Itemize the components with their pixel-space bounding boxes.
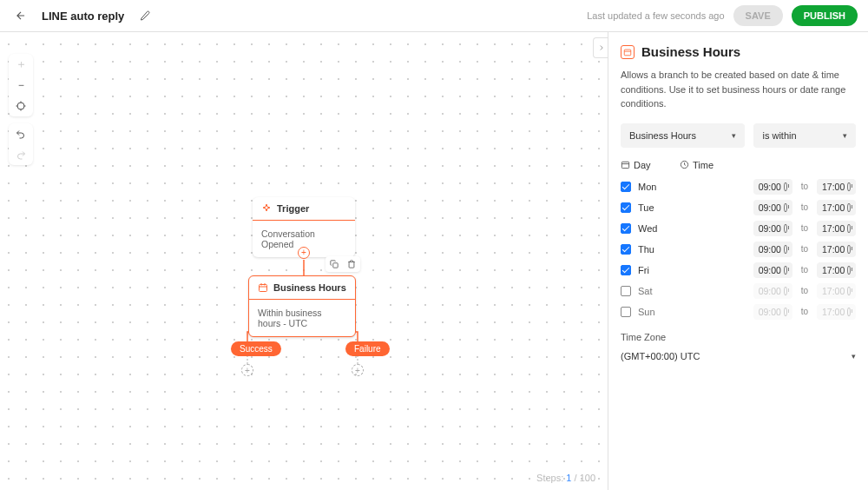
timezone-label: Time Zone <box>621 332 856 342</box>
condition-type-value: Business Hours <box>629 130 696 141</box>
time-to-value: 17:00 <box>822 223 845 234</box>
day-row: Mon 09:00 to 17:00 <box>621 179 856 195</box>
time-from-value: 09:00 <box>759 202 781 213</box>
steps-current: 1 <box>566 473 571 483</box>
time-to-value: 17:00 <box>822 265 845 275</box>
condition-type-select[interactable]: Business Hours ▾ <box>621 123 745 148</box>
pencil-icon <box>140 10 150 21</box>
time-from-value: 09:00 <box>759 307 781 317</box>
zoom-in-button[interactable]: ＋ <box>9 54 33 75</box>
day-checkbox[interactable] <box>621 307 631 317</box>
time-from-input[interactable]: 09:00 <box>753 242 792 257</box>
clock-icon <box>784 245 787 254</box>
workflow-title: LINE auto reply <box>42 10 124 23</box>
clock-icon <box>784 308 787 316</box>
time-header-label: Time <box>693 160 713 170</box>
time-from-input[interactable]: 09:00 <box>753 304 792 320</box>
clock-icon <box>847 308 851 316</box>
steps-counter: Steps: 1 / 100 <box>536 473 595 483</box>
trigger-title: Trigger <box>277 203 309 214</box>
main-area: ＋ － <box>0 32 868 490</box>
zoom-out-button[interactable]: － <box>9 75 33 96</box>
day-header-label: Day <box>634 160 651 170</box>
to-label: to <box>801 307 808 316</box>
add-failure-step[interactable]: + <box>352 364 364 376</box>
time-from-input[interactable]: 09:00 <box>753 283 792 299</box>
sparkle-icon <box>261 203 272 214</box>
undo-button[interactable] <box>9 123 33 144</box>
time-to-input[interactable]: 17:00 <box>817 242 856 257</box>
redo-icon <box>16 149 26 160</box>
time-to-input[interactable]: 17:00 <box>817 221 856 236</box>
save-button[interactable]: SAVE <box>733 5 783 26</box>
config-panel: Business Hours Allows a branch to be cre… <box>608 32 868 490</box>
time-to-input[interactable]: 17:00 <box>817 304 856 320</box>
collapse-panel-button[interactable] <box>593 37 608 58</box>
panel-description: Allows a branch to be created based on d… <box>621 68 856 111</box>
time-to-input[interactable]: 17:00 <box>817 283 856 299</box>
to-label: to <box>801 265 808 275</box>
back-button[interactable] <box>10 5 31 26</box>
chevron-down-icon: ▾ <box>732 131 736 140</box>
undo-icon <box>16 129 26 139</box>
clock-icon <box>784 203 787 212</box>
add-success-step[interactable]: + <box>241 364 253 376</box>
canvas-background <box>0 32 608 490</box>
time-from-input[interactable]: 09:00 <box>753 221 792 236</box>
chevron-down-icon: ▾ <box>852 352 856 361</box>
panel-title: Business Hours <box>621 44 856 59</box>
copy-node-button[interactable] <box>326 256 343 272</box>
add-step-button[interactable]: + <box>298 247 310 259</box>
last-updated-text: Last updated a few seconds ago <box>587 10 724 21</box>
clock-icon <box>784 287 787 295</box>
bh-title: Business Hours <box>273 282 346 293</box>
time-to-input[interactable]: 17:00 <box>817 262 856 278</box>
day-checkbox[interactable] <box>621 202 631 213</box>
to-label: to <box>801 286 808 295</box>
day-row: Wed 09:00 to 17:00 <box>621 221 856 236</box>
clock-icon <box>784 266 787 275</box>
day-label: Wed <box>638 223 673 234</box>
svg-point-0 <box>17 103 24 109</box>
clock-icon <box>784 182 787 191</box>
calendar-icon <box>621 45 635 59</box>
timezone-select[interactable]: (GMT+00:00) UTC ▾ <box>621 348 856 365</box>
condition-operator-select[interactable]: is within ▾ <box>753 123 856 148</box>
day-checkbox[interactable] <box>621 286 631 296</box>
day-checkbox[interactable] <box>621 182 631 192</box>
clock-icon <box>847 224 851 233</box>
time-from-input[interactable]: 09:00 <box>753 179 792 195</box>
day-row: Fri 09:00 to 17:00 <box>621 262 856 278</box>
to-label: to <box>801 223 808 233</box>
failure-branch-pill[interactable]: Failure <box>345 341 390 356</box>
publish-button[interactable]: PUBLISH <box>792 5 858 26</box>
time-from-value: 09:00 <box>759 182 781 192</box>
delete-node-button[interactable] <box>343 256 360 272</box>
redo-button[interactable] <box>9 144 33 165</box>
time-to-value: 17:00 <box>822 182 845 192</box>
app-header: LINE auto reply Last updated a few secon… <box>0 0 868 32</box>
day-checkbox[interactable] <box>621 244 631 255</box>
time-to-input[interactable]: 17:00 <box>817 200 856 215</box>
day-checkbox[interactable] <box>621 265 631 275</box>
day-checkbox[interactable] <box>621 223 631 234</box>
svg-rect-6 <box>260 285 267 292</box>
time-from-input[interactable]: 09:00 <box>753 262 792 278</box>
edit-title-button[interactable] <box>135 5 155 26</box>
chevron-down-icon: ▾ <box>843 131 847 140</box>
time-from-value: 09:00 <box>759 265 781 275</box>
arrow-left-icon <box>15 10 27 22</box>
clock-icon <box>847 245 851 254</box>
flow-canvas[interactable]: ＋ － <box>0 32 608 490</box>
calendar-icon <box>258 282 268 293</box>
time-to-input[interactable]: 17:00 <box>817 179 856 195</box>
day-label: Fri <box>638 265 673 275</box>
success-branch-pill[interactable]: Success <box>231 341 281 356</box>
business-hours-node[interactable]: Business Hours Within business hours - U… <box>248 275 356 337</box>
clock-icon <box>784 224 787 233</box>
clock-icon <box>847 182 851 191</box>
timezone-value: (GMT+00:00) UTC <box>621 351 700 361</box>
fit-view-button[interactable] <box>9 96 33 116</box>
trash-icon <box>347 260 356 268</box>
time-from-input[interactable]: 09:00 <box>753 200 792 215</box>
